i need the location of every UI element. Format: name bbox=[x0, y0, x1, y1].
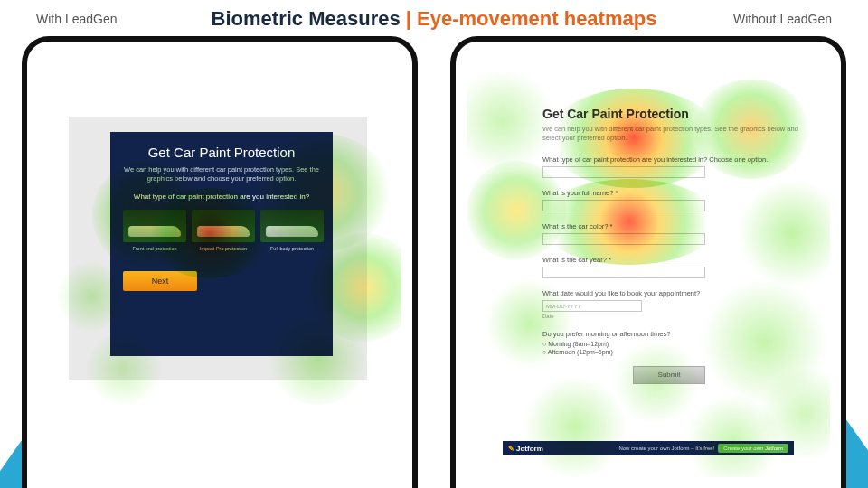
q-date-label: What date would you like to book your ap… bbox=[542, 289, 814, 297]
pencil-icon: ✎ bbox=[508, 445, 514, 453]
leadgen-form-card: Get Car Paint Protection We can help you… bbox=[110, 132, 333, 356]
color-input[interactable] bbox=[542, 233, 705, 245]
car-icon bbox=[123, 210, 186, 242]
device-screen-left: Get Car Paint Protection We can help you… bbox=[38, 52, 401, 477]
date-input[interactable]: MM-DD-YYYY bbox=[542, 300, 642, 312]
car-icon bbox=[192, 210, 255, 242]
q-time-label: Do you prefer morning or afternoon times… bbox=[542, 330, 814, 338]
left-caption: With LeadGen bbox=[36, 12, 118, 26]
form-backdrop: Get Car Paint Protection We can help you… bbox=[69, 117, 367, 380]
jotform-bar: ✎Jotform Now create your own Jotform – I… bbox=[503, 441, 794, 455]
next-button[interactable]: Next bbox=[123, 271, 197, 291]
title-part-b: Eye-movement heatmaps bbox=[417, 7, 656, 30]
page-header: With LeadGen Biometric Measures | Eye-mo… bbox=[0, 7, 868, 31]
device-screen-right: Get Car Paint Protection We can help you… bbox=[467, 52, 830, 477]
submit-button[interactable]: Submit bbox=[633, 366, 705, 384]
q-year-label: What is the car year? * bbox=[542, 256, 814, 264]
option-a[interactable]: Front end protection bbox=[123, 210, 186, 251]
date-hint: Date bbox=[542, 314, 814, 319]
right-caption: Without LeadGen bbox=[733, 12, 832, 26]
form-question: What type of car paint protection are yo… bbox=[123, 192, 320, 201]
plain-form: Get Car Paint Protection We can help you… bbox=[542, 107, 814, 384]
option-c-label: Full body protection bbox=[260, 246, 324, 251]
car-icon bbox=[260, 210, 324, 242]
jotform-logo-text: Jotform bbox=[516, 445, 543, 453]
radio-morning[interactable]: Morning (8am–12pm) bbox=[542, 341, 814, 347]
jotform-cta-button[interactable]: Create your own Jotform bbox=[718, 444, 788, 453]
panel-row: Get Car Paint Protection We can help you… bbox=[0, 36, 868, 488]
jotform-logo: ✎Jotform bbox=[508, 445, 543, 453]
jotform-tagline: Now create your own Jotform – It's free! bbox=[618, 446, 714, 451]
form-heading: Get Car Paint Protection bbox=[123, 145, 320, 160]
option-b-label: Impact Pro protection bbox=[192, 246, 255, 251]
form-description: We can help you with different car paint… bbox=[542, 125, 814, 143]
title-part-a: Biometric Measures bbox=[212, 7, 406, 30]
option-row: Front end protection Impact Pro protecti… bbox=[123, 210, 320, 251]
q-color-label: What is the car color? * bbox=[542, 222, 814, 230]
option-c[interactable]: Full body protection bbox=[260, 210, 324, 251]
form-description: We can help you with different car paint… bbox=[123, 165, 320, 183]
name-input[interactable] bbox=[542, 200, 705, 211]
type-input[interactable] bbox=[542, 166, 705, 178]
device-frame-right: Get Car Paint Protection We can help you… bbox=[450, 36, 846, 488]
option-a-label: Front end protection bbox=[123, 246, 186, 251]
device-frame-left: Get Car Paint Protection We can help you… bbox=[22, 36, 418, 488]
option-b[interactable]: Impact Pro protection bbox=[192, 210, 255, 251]
page-title: Biometric Measures | Eye-movement heatma… bbox=[212, 7, 657, 31]
q-name-label: What is your full name? * bbox=[542, 189, 814, 197]
title-separator: | bbox=[406, 7, 417, 30]
year-input[interactable] bbox=[542, 267, 705, 278]
radio-afternoon[interactable]: Afternoon (12pm–6pm) bbox=[542, 349, 814, 355]
form-heading: Get Car Paint Protection bbox=[542, 107, 814, 121]
q-type-label: What type of car paint protection are yo… bbox=[542, 155, 814, 164]
